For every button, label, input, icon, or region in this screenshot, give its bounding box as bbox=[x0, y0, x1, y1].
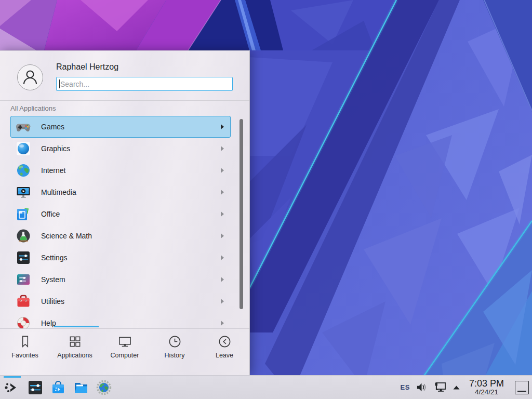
category-list: Games Graphics Internet bbox=[0, 116, 249, 329]
network-icon[interactable] bbox=[433, 381, 447, 394]
menu-item-label: Internet bbox=[41, 166, 65, 175]
menu-item-help[interactable]: Help bbox=[10, 312, 231, 329]
submenu-arrow-icon bbox=[221, 277, 224, 282]
submenu-arrow-icon bbox=[221, 233, 224, 238]
keyboard-layout-indicator[interactable]: ES bbox=[401, 383, 410, 391]
tab-history[interactable]: History bbox=[150, 329, 200, 376]
menu-item-label: Science & Math bbox=[41, 232, 92, 240]
tab-label: Applications bbox=[57, 352, 92, 359]
clock-icon bbox=[168, 335, 182, 349]
multimedia-icon bbox=[16, 185, 31, 200]
submenu-arrow-icon bbox=[221, 299, 224, 304]
web-browser-icon bbox=[96, 380, 112, 395]
tab-label: Computer bbox=[111, 352, 139, 359]
clock-date: 4/24/21 bbox=[469, 389, 504, 396]
menu-item-label: Multimedia bbox=[41, 188, 76, 196]
submenu-arrow-icon bbox=[221, 211, 224, 217]
launcher-header: Raphael Hertzog bbox=[0, 51, 249, 101]
clock-time: 7:03 PM bbox=[469, 379, 504, 389]
tab-label: Leave bbox=[216, 352, 233, 359]
tab-applications[interactable]: Applications bbox=[50, 329, 100, 376]
submenu-arrow-icon bbox=[221, 255, 224, 260]
submenu-arrow-icon bbox=[221, 190, 224, 195]
volume-icon[interactable] bbox=[416, 381, 428, 393]
office-icon bbox=[16, 207, 31, 221]
text-cursor bbox=[59, 79, 60, 88]
menu-item-label: Office bbox=[41, 210, 60, 218]
submenu-arrow-icon bbox=[221, 168, 224, 173]
search-field-wrap bbox=[56, 77, 233, 91]
discover-store-icon bbox=[50, 380, 66, 395]
menu-item-games[interactable]: Games bbox=[10, 116, 231, 138]
taskbar-panel: ES 7:03 PM 4/24/21 bbox=[0, 375, 532, 399]
menu-item-multimedia[interactable]: Multimedia bbox=[10, 181, 231, 203]
submenu-arrow-icon bbox=[221, 146, 224, 151]
menu-item-utilities[interactable]: Utilities bbox=[10, 290, 231, 312]
application-launcher-popup: Raphael Hertzog All Applications Games bbox=[0, 50, 250, 375]
tab-leave[interactable]: Leave bbox=[200, 329, 249, 376]
taskbar-file-manager[interactable] bbox=[70, 376, 92, 399]
menu-item-label: Games bbox=[41, 123, 64, 131]
launcher-tabbar: Favorites Applications Computer bbox=[0, 328, 249, 376]
menu-item-label: System bbox=[41, 275, 65, 284]
taskbar-system-settings[interactable] bbox=[24, 376, 47, 399]
tab-computer[interactable]: Computer bbox=[100, 329, 150, 376]
bookmark-icon bbox=[18, 335, 32, 349]
menu-item-label: Graphics bbox=[41, 144, 70, 153]
menu-item-office[interactable]: Office bbox=[10, 203, 231, 225]
graphics-icon bbox=[16, 141, 31, 156]
monitor-icon bbox=[118, 335, 132, 349]
app-launcher-button[interactable] bbox=[0, 376, 24, 399]
tab-favorites[interactable]: Favorites bbox=[0, 329, 50, 376]
menu-item-system[interactable]: System bbox=[10, 269, 231, 290]
science-icon bbox=[16, 229, 31, 243]
games-icon bbox=[16, 119, 31, 134]
search-input[interactable] bbox=[60, 80, 232, 88]
system-icon bbox=[16, 272, 31, 287]
menu-item-label: Settings bbox=[41, 254, 68, 262]
list-scrollbar[interactable] bbox=[240, 119, 243, 309]
internet-icon bbox=[16, 163, 31, 178]
section-label: All Applications bbox=[10, 104, 56, 112]
utilities-icon bbox=[16, 294, 31, 309]
user-icon bbox=[21, 69, 39, 86]
menu-item-internet[interactable]: Internet bbox=[10, 159, 231, 181]
user-avatar[interactable] bbox=[17, 64, 43, 90]
launcher-active-indicator bbox=[4, 376, 21, 378]
menu-item-science[interactable]: Science & Math bbox=[10, 225, 231, 247]
settings-icon bbox=[16, 250, 31, 265]
active-tab-indicator bbox=[54, 326, 99, 327]
help-icon bbox=[16, 316, 31, 329]
tab-label: History bbox=[165, 352, 185, 359]
tray-expander-caret-icon[interactable] bbox=[453, 385, 460, 390]
taskbar-web-browser[interactable] bbox=[92, 376, 115, 399]
file-manager-icon bbox=[73, 380, 89, 395]
user-name: Raphael Hertzog bbox=[56, 62, 118, 72]
tab-label: Favorites bbox=[11, 352, 38, 359]
submenu-arrow-icon bbox=[221, 321, 224, 326]
menu-item-label: Utilities bbox=[41, 297, 64, 305]
kde-launcher-icon bbox=[4, 379, 20, 396]
menu-item-settings[interactable]: Settings bbox=[10, 247, 231, 269]
leave-circle-icon bbox=[218, 335, 232, 349]
menu-item-graphics[interactable]: Graphics bbox=[10, 138, 231, 159]
digital-clock[interactable]: 7:03 PM 4/24/21 bbox=[469, 379, 504, 396]
submenu-arrow-icon bbox=[221, 124, 224, 129]
show-desktop-button[interactable] bbox=[515, 381, 529, 394]
grid-icon bbox=[68, 335, 82, 349]
taskbar-discover[interactable] bbox=[47, 376, 70, 399]
system-tray: ES 7:03 PM 4/24/21 bbox=[401, 379, 532, 396]
system-settings-icon bbox=[28, 380, 43, 395]
